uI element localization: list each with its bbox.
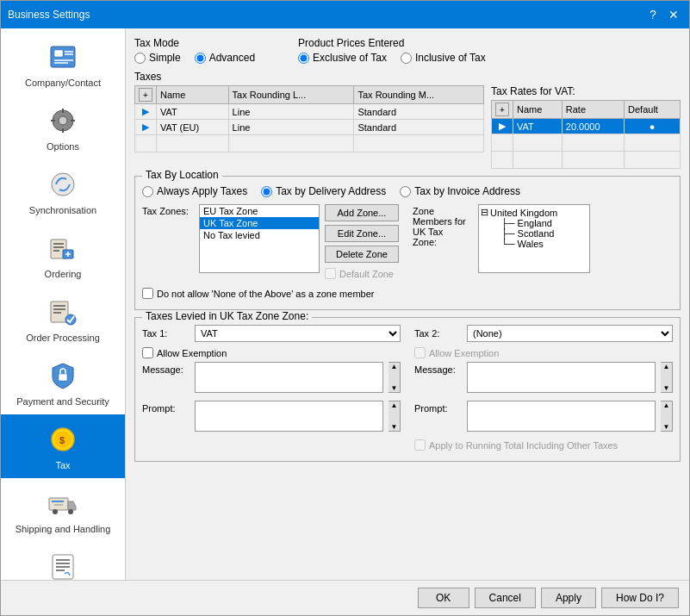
help-button[interactable]: ? — [644, 6, 662, 23]
prompt2-scroll-up[interactable]: ▲ — [661, 401, 672, 409]
prompt1-scroll-up[interactable]: ▲ — [389, 401, 400, 409]
sidebar-item-label: Options — [47, 141, 79, 152]
tax-icon: $ — [46, 422, 80, 457]
close-button[interactable]: ✕ — [665, 6, 682, 23]
product-prices-radio-group: Exclusive of Tax Inclusive of Tax — [298, 52, 486, 64]
table-row[interactable]: ▶ VAT (EU) Line Standard — [135, 120, 484, 135]
row-indicator: ▶ — [492, 119, 513, 134]
svg-point-30 — [53, 509, 58, 514]
sidebar-item-shipping[interactable]: Shipping and Handling — [1, 478, 125, 542]
allow-exemption1-row: Allow Exemption — [142, 347, 401, 358]
ok-button[interactable]: OK — [418, 588, 469, 608]
sidebar-item-synchronisation[interactable]: Synchronisation — [1, 159, 125, 223]
svg-rect-32 — [52, 501, 64, 502]
table-row — [492, 134, 681, 152]
tree-line-icon: ├─ — [501, 218, 518, 228]
taxes-add-button[interactable]: + — [139, 88, 152, 102]
tax-by-delivery-radio[interactable] — [261, 186, 272, 197]
sidebar-item-options[interactable]: Options — [1, 96, 125, 159]
allow-exemption1-label: Allow Exemption — [157, 348, 227, 358]
sidebar-item-order-processing[interactable]: Order Processing — [1, 287, 125, 351]
tax-rates-table: + Name Rate Default ▶ VAT 20.00 — [491, 100, 681, 169]
row-indicator — [135, 135, 157, 152]
zone-members-tree: ⊟ United Kingdom ├─ England ├─ Scotland — [478, 204, 590, 273]
zone-members-area: ZoneMembers forUK TaxZone: ⊟ United King… — [413, 204, 590, 273]
rates-add-button[interactable]: + — [495, 103, 509, 116]
message1-row: Message: ▲ ▼ — [142, 362, 401, 395]
prompt1-wrapper — [195, 401, 383, 434]
prompt1-label: Prompt: — [142, 403, 190, 414]
prices-exclusive-radio[interactable] — [298, 53, 309, 64]
table-row[interactable]: ▶ VAT 20.0000 ● — [492, 119, 681, 134]
taxes-col-rounding-l: Tax Rounding L... — [228, 86, 354, 104]
zone-listbox[interactable]: EU Tax Zone UK Tax Zone No Tax levied — [199, 204, 320, 273]
tax-by-invoice-label: Tax by Invoice Address — [414, 185, 520, 197]
sidebar-item-company-contact[interactable]: Company/Contact — [1, 32, 125, 96]
no-none-checkbox-row: Do not allow 'None of the Above' as a zo… — [142, 288, 673, 299]
sidebar-item-tax[interactable]: $ Tax — [1, 414, 125, 478]
add-zone-button[interactable]: Add Zone... — [325, 204, 399, 221]
edit-zone-button[interactable]: Edit Zone... — [325, 225, 399, 242]
delete-zone-button[interactable]: Delete Zone — [325, 246, 399, 263]
taxes-row-rounding-l: Line — [228, 120, 354, 135]
apply-button[interactable]: Apply — [541, 588, 596, 608]
table-row[interactable]: ▶ VAT Line Standard — [135, 104, 484, 120]
message1-textarea[interactable] — [195, 362, 383, 393]
always-apply-radio[interactable] — [142, 186, 153, 197]
product-prices-label: Product Prices Entered — [298, 37, 486, 49]
sidebar-item-payment-security[interactable]: Payment and Security — [1, 351, 125, 414]
allow-exemption1-checkbox[interactable] — [142, 347, 153, 358]
tax1-col: Tax 1: VAT (None) Allow Exemption Messag… — [142, 325, 401, 454]
tax-by-invoice[interactable]: Tax by Invoice Address — [400, 185, 520, 197]
rates-row-name: VAT — [513, 119, 563, 134]
tax2-select[interactable]: (None) VAT — [467, 325, 673, 342]
message2-scroll-down[interactable]: ▼ — [661, 384, 672, 392]
tax1-select[interactable]: VAT (None) — [195, 325, 401, 342]
prompt1-scroll-down[interactable]: ▼ — [389, 423, 400, 431]
order-processing-icon — [46, 295, 80, 329]
always-apply-taxes[interactable]: Always Apply Taxes — [142, 185, 247, 197]
message2-scroll: ▲ ▼ — [661, 362, 673, 393]
prompt2-scroll-down[interactable]: ▼ — [661, 423, 672, 431]
apply-running-total-row: Apply to Running Total Including Other T… — [414, 439, 673, 451]
sidebar-item-label: Order Processing — [26, 333, 100, 343]
tax-mode-simple-radio[interactable] — [134, 53, 146, 64]
how-do-i-button[interactable]: How Do I? — [601, 588, 679, 608]
rates-col-rate: Rate — [562, 101, 624, 119]
cancel-button[interactable]: Cancel — [475, 588, 536, 608]
sidebar-item-label: Tax — [55, 460, 70, 470]
taxes-row-rounding-l: Line — [228, 104, 354, 120]
zone-uk[interactable]: UK Tax Zone — [200, 217, 319, 229]
allow-exemption2-label: Allow Exemption — [429, 348, 499, 358]
prompt2-row: Prompt: ▲ ▼ — [414, 401, 673, 434]
taxes-row-name: VAT (EU) — [157, 120, 229, 135]
message1-scroll-up[interactable]: ▲ — [389, 363, 400, 370]
zone-no-tax[interactable]: No Tax levied — [200, 229, 319, 241]
tax-by-delivery[interactable]: Tax by Delivery Address — [261, 185, 386, 197]
taxes-col-rounding-m: Tax Rounding M... — [354, 86, 484, 104]
tax-mode-advanced-radio[interactable] — [195, 53, 206, 64]
tax-by-invoice-radio[interactable] — [400, 186, 411, 197]
message2-scroll-up[interactable]: ▲ — [661, 363, 672, 370]
tax-mode-simple[interactable]: Simple — [134, 52, 181, 64]
prices-inclusive-radio[interactable] — [401, 53, 412, 64]
rates-row-rate: 20.0000 — [562, 119, 624, 134]
sidebar-item-terms[interactable]: Terms and Conditions — [1, 542, 125, 580]
message2-textarea[interactable] — [467, 362, 656, 393]
zone-eu[interactable]: EU Tax Zone — [200, 205, 319, 217]
sidebar-item-ordering[interactable]: Ordering — [1, 223, 125, 287]
zone-buttons: Add Zone... Edit Zone... Delete Zone Def… — [325, 204, 399, 283]
rates-col-default: Default — [625, 101, 681, 119]
prices-inclusive[interactable]: Inclusive of Tax — [401, 52, 486, 64]
prompt1-textarea[interactable] — [195, 401, 383, 432]
default-zone-checkbox[interactable] — [325, 268, 336, 279]
prompt2-wrapper — [467, 401, 656, 434]
tax1-field-row: Tax 1: VAT (None) — [142, 325, 401, 342]
no-none-checkbox[interactable] — [142, 288, 153, 299]
message1-scroll-down[interactable]: ▼ — [389, 384, 400, 392]
row-indicator: ▶ — [135, 104, 157, 120]
tax-mode-advanced[interactable]: Advanced — [195, 52, 255, 64]
prompt2-textarea[interactable] — [467, 401, 656, 432]
prices-exclusive[interactable]: Exclusive of Tax — [298, 52, 387, 64]
ordering-icon — [46, 231, 80, 265]
